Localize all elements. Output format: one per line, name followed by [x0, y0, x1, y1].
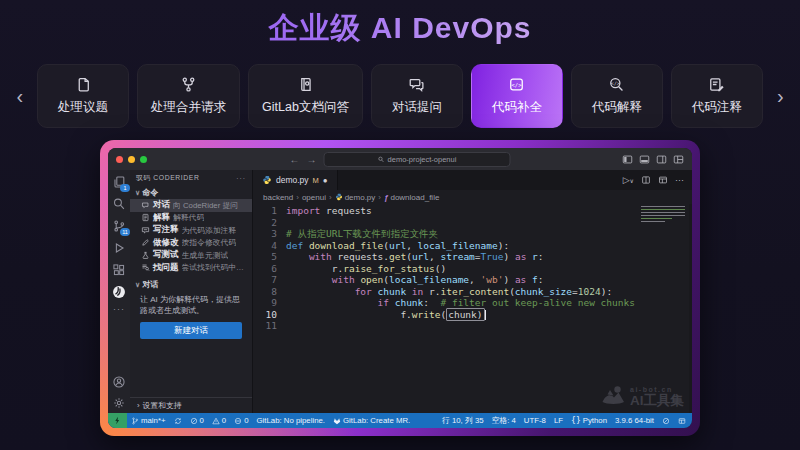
- branch-icon: [131, 417, 139, 425]
- status-right-3[interactable]: LF: [550, 413, 567, 428]
- traffic-lights: [116, 156, 147, 163]
- code-line-2[interactable]: 2: [253, 217, 692, 229]
- command-5[interactable]: 找问题 尝试找到代码中的坏...: [130, 262, 252, 275]
- activity-account-icon[interactable]: [112, 375, 126, 389]
- status-right-4[interactable]: {} Python: [567, 413, 611, 428]
- unsaved-dot-icon[interactable]: ●: [323, 176, 328, 185]
- split-editor-icon[interactable]: [641, 175, 651, 185]
- status-left-6[interactable]: GitLab: Create MR.: [329, 413, 414, 428]
- layout-sm-icon: [678, 417, 686, 425]
- breadcrumb-item[interactable]: demo.py: [335, 193, 376, 202]
- feature-tab-issue[interactable]: 处理议题: [37, 64, 129, 128]
- code-line-6[interactable]: 6 r.raise_for_status(): [253, 263, 692, 275]
- new-chat-button[interactable]: 新建对话: [140, 322, 242, 339]
- status-left-1[interactable]: [170, 413, 186, 428]
- status-left-5[interactable]: GitLab: No pipeline.: [253, 413, 329, 428]
- maximize-window-button[interactable]: [140, 156, 147, 163]
- status-right-1[interactable]: 空格: 4: [488, 413, 520, 428]
- feature-tab-label: 处理议题: [58, 99, 108, 116]
- nav-forward-icon[interactable]: →: [307, 154, 317, 165]
- command-1[interactable]: 解释 解释代码: [130, 212, 252, 225]
- doc-qa-icon: [297, 76, 314, 93]
- badge: 11: [120, 228, 130, 236]
- status-left-2[interactable]: 0: [186, 413, 208, 428]
- settings-support-link[interactable]: › 设置和支持: [130, 397, 252, 413]
- more-actions-icon[interactable]: ···: [675, 175, 684, 185]
- tanuki-icon: [333, 417, 341, 425]
- carousel-next-button[interactable]: ›: [771, 86, 790, 106]
- activity-source-control-icon[interactable]: 11: [112, 219, 126, 233]
- status-right-2[interactable]: UTF-8: [520, 413, 550, 428]
- feature-tab-code-explain[interactable]: </> 代码解释: [571, 64, 663, 128]
- minimize-window-button[interactable]: [128, 156, 135, 163]
- chat-section-header[interactable]: ∨ 对话: [130, 278, 252, 291]
- activity-explorer-icon[interactable]: 1: [112, 175, 126, 189]
- close-window-button[interactable]: [116, 156, 123, 163]
- status-right-0[interactable]: 行 10, 列 35: [438, 413, 488, 428]
- layout-grid-icon[interactable]: [673, 154, 684, 165]
- svg-text:</>: </>: [512, 82, 523, 88]
- code-line-7[interactable]: 7 with open(local_filename, 'wb') as f:: [253, 274, 692, 286]
- feature-tab-label: 代码解释: [592, 99, 642, 116]
- breadcrumb-item[interactable]: backend: [263, 193, 293, 202]
- command-2[interactable]: 写注释 为代码添加注释: [130, 224, 252, 237]
- code-line-9[interactable]: 9 if chunk: # filter out keep-alive new …: [253, 297, 692, 309]
- activity-run-debug-icon[interactable]: [112, 241, 126, 255]
- feature-tab-code-complete[interactable]: </> 代码补全: [471, 64, 563, 128]
- remote-indicator[interactable]: [108, 413, 127, 428]
- feature-carousel: ‹ 处理议题 处理合并请求 GitLab文档问答 对话提问 </> 代码补全 <…: [0, 64, 800, 128]
- feature-tab-doc-qa[interactable]: GitLab文档问答: [248, 64, 363, 128]
- panel-bottom-icon[interactable]: [639, 154, 650, 165]
- editor-scrollbar[interactable]: [689, 204, 692, 413]
- feature-tab-chat[interactable]: 对话提问: [371, 64, 463, 128]
- code-line-5[interactable]: 5 with requests.get(url, stream=True) as…: [253, 251, 692, 263]
- status-right-5[interactable]: 3.9.6 64-bit: [611, 413, 658, 428]
- code-line-11[interactable]: 11: [253, 320, 692, 332]
- activity-more-icon[interactable]: ···: [113, 307, 125, 311]
- search-icon: [378, 156, 385, 163]
- code-line-8[interactable]: 8 for chunk in r.iter_content(chunk_size…: [253, 286, 692, 298]
- chevron-right-icon: ›: [137, 401, 140, 410]
- activity-settings-icon[interactable]: [112, 396, 126, 410]
- breadcrumb-item[interactable]: openui: [302, 193, 326, 202]
- commands-section-header[interactable]: ∨ 命令: [130, 186, 252, 199]
- carousel-prev-button[interactable]: ‹: [10, 86, 29, 106]
- activity-coderider-icon[interactable]: [112, 285, 126, 299]
- activity-search-icon[interactable]: [112, 197, 126, 211]
- command-3[interactable]: 做修改 按指令修改代码: [130, 237, 252, 250]
- editor-layout-icon[interactable]: [658, 175, 668, 185]
- sidebar-more-icon[interactable]: ···: [236, 175, 246, 182]
- feedback-icon: [234, 417, 242, 425]
- feature-tab-merge-request[interactable]: 处理合并请求: [137, 64, 240, 128]
- panel-left-icon[interactable]: [622, 154, 633, 165]
- python-icon: [335, 193, 343, 201]
- status-left-3[interactable]: 0: [208, 413, 230, 428]
- code-view[interactable]: 1import requests 2 3# 从指定URL下载文件到指定文件夹 4…: [253, 204, 692, 413]
- chat-icon: [408, 76, 425, 93]
- code-line-3[interactable]: 3# 从指定URL下载文件到指定文件夹: [253, 228, 692, 240]
- command-center-search[interactable]: demo-project-openui: [324, 152, 511, 167]
- code-line-4[interactable]: 4def download_file(url, local_filename):: [253, 240, 692, 252]
- panel-right-icon[interactable]: [656, 154, 667, 165]
- tab-demo-py[interactable]: demo.py M ●: [253, 170, 338, 190]
- feature-tab-label: 处理合并请求: [151, 99, 226, 116]
- status-right-7[interactable]: [674, 413, 690, 428]
- run-python-button[interactable]: ▷∨: [623, 175, 634, 185]
- command-0[interactable]: 对话 向 CodeRider 提问: [130, 199, 252, 212]
- breadcrumb-item[interactable]: ƒdownload_file: [384, 193, 439, 202]
- nav-back-icon[interactable]: ←: [290, 154, 300, 165]
- command-4[interactable]: 写测试 生成单元测试: [130, 249, 252, 262]
- watermark-name: AI工具集: [630, 394, 684, 408]
- activity-extensions-icon[interactable]: [112, 263, 126, 277]
- feature-tab-code-comment[interactable]: 代码注释: [671, 64, 763, 128]
- code-line-1[interactable]: 1import requests: [253, 205, 692, 217]
- status-right-6[interactable]: [658, 413, 674, 428]
- code-explain-icon: </>: [608, 76, 625, 93]
- editor-area: demo.py M ● ▷∨ ··· backend › openui › de…: [253, 170, 692, 413]
- status-left-4[interactable]: 0: [230, 413, 252, 428]
- code-line-10[interactable]: 10 f.write(chunk): [253, 309, 692, 321]
- minimap[interactable]: [641, 206, 685, 222]
- status-left-0[interactable]: main*+: [127, 413, 170, 428]
- feature-tab-label: 代码注释: [692, 99, 742, 116]
- feature-tab-label: 对话提问: [392, 99, 442, 116]
